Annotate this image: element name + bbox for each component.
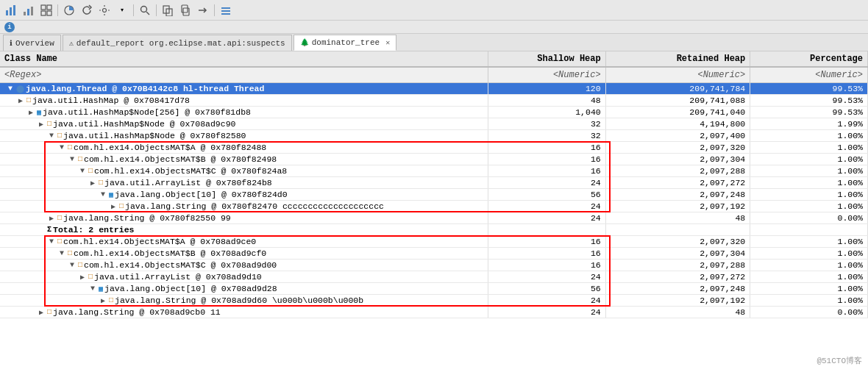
collapse-icon[interactable]: ▼: [57, 249, 66, 257]
collapse-icon[interactable]: ▼: [68, 261, 77, 269]
class-name: java.util.HashMap$Node @ 0x708ad9c90: [53, 119, 235, 129]
class-name: java.util.ArrayList @ 0x780f824b8: [104, 178, 272, 187]
table-row[interactable]: ▶ □ java.util.HashMap$Node @ 0x708ad9c90…: [0, 118, 868, 130]
table-row[interactable]: ▼ ⬤ java.lang.Thread @ 0x70B4142c8 hl-th…: [0, 83, 868, 95]
percentage-value: 1.99%: [750, 118, 868, 130]
percentage-value: 0.00%: [750, 307, 868, 318]
table-row[interactable]: ▼ □ com.hl.ex14.ObjectsMAT$B @ 0x780f824…: [0, 154, 868, 165]
collapse-icon[interactable]: ▼: [47, 237, 56, 246]
expand-icon[interactable]: ▶: [26, 108, 35, 117]
table-row[interactable]: ▶ Σ Total: 2 entries: [0, 224, 868, 236]
table-row[interactable]: ▼ □ com.hl.ex14.ObjectsMAT$B @ 0x708ad9c…: [0, 248, 868, 260]
shallow-heap-value: 24: [488, 201, 605, 212]
collapse-icon[interactable]: ▼: [6, 85, 15, 93]
class-name: java.util.HashMap$Node[256] @ 0x780f81db…: [43, 107, 251, 117]
info-bar: i: [0, 21, 868, 34]
table-row[interactable]: ▶ □ java.lang.String @ 0x708ad9cb0 11 24…: [0, 307, 868, 318]
copy-button[interactable]: [177, 2, 193, 18]
svg-point-12: [141, 6, 147, 12]
table-row[interactable]: ▶ ▦ java.util.HashMap$Node[256] @ 0x780f…: [0, 107, 868, 118]
collapse-icon[interactable]: ▼: [68, 155, 77, 163]
shallow-heap-value: 16: [488, 260, 605, 271]
table-row[interactable]: ▶ □ java.util.ArrayList @ 0x708ad9d10 24…: [0, 271, 868, 283]
settings-button[interactable]: [96, 2, 113, 18]
grid-button[interactable]: [38, 2, 54, 18]
collapse-icon[interactable]: ▼: [99, 190, 107, 198]
class-name: com.hl.ex14.ObjectsMAT$A @ 0x780f82488: [74, 143, 266, 152]
table-row[interactable]: ▼ □ com.hl.ex14.ObjectsMAT$A @ 0x708ad9c…: [0, 236, 868, 248]
tree-node-cell: ▼ □ com.hl.ex14.ObjectsMAT$A @ 0x708ad9c…: [4, 237, 483, 246]
table-row[interactable]: ▼ □ com.hl.ex14.ObjectsMAT$A @ 0x780f824…: [0, 142, 868, 154]
tree-node-cell: ▼ ▦ java.lang.Object[10] @ 0x780f824d0: [4, 190, 483, 199]
bar2-button[interactable]: [218, 2, 234, 18]
expand-icon[interactable]: ▶: [88, 179, 97, 187]
retained-heap-value: 48: [605, 307, 750, 318]
table-row[interactable]: ▶ □ java.lang.String @ 0x780f82470 ccccc…: [0, 201, 868, 212]
table-row[interactable]: ▶ □ java.lang.String @ 0x708ad9d60 \u000…: [0, 295, 868, 307]
collapse-icon[interactable]: ▼: [88, 285, 97, 293]
sub-header-percentage[interactable]: <Numeric>: [750, 67, 868, 83]
tree-node-cell: ▼ ⬤ java.lang.Thread @ 0x70B4142c8 hl-th…: [4, 84, 483, 93]
table-row[interactable]: ▼ ▦ java.lang.Object[10] @ 0x780f824d0 5…: [0, 189, 868, 201]
percentage-value: 1.00%: [750, 165, 868, 177]
expand-icon[interactable]: ▶: [16, 96, 25, 105]
tab-dominator-tree[interactable]: 🌲 dominator_tree ✕: [294, 35, 396, 51]
expand-icon[interactable]: ▶: [37, 120, 46, 129]
refresh-button[interactable]: [79, 2, 95, 18]
sub-header-name[interactable]: <Regex>: [0, 67, 488, 83]
percentage-value: 1.00%: [750, 189, 868, 201]
chart-button[interactable]: [21, 2, 37, 18]
expand-icon[interactable]: ▶: [78, 273, 87, 282]
table-container[interactable]: Class Name Shallow Heap Retained Heap Pe…: [0, 51, 868, 372]
table-row[interactable]: ▶ □ java.util.HashMap @ 0x708417d78 4820…: [0, 95, 868, 107]
retained-heap-value: 2,097,320: [605, 142, 750, 154]
percentage-value: 1.00%: [750, 177, 868, 189]
table-row[interactable]: ▶ □ java.util.ArrayList @ 0x780f824b8 24…: [0, 177, 868, 189]
tab-bar: ℹ Overview ⚠ default_report org.eclipse.…: [0, 34, 868, 51]
sub-header-retained[interactable]: <Numeric>: [605, 67, 750, 83]
sep3: [156, 4, 157, 16]
tree-node-cell: ▶ □ java.lang.String @ 0x708ad9cb0 11: [4, 307, 483, 317]
table-row[interactable]: ▼ □ java.util.HashMap$Node @ 0x780f82580…: [0, 130, 868, 142]
class-name: com.hl.ex14.ObjectsMAT$A @ 0x708ad9ce0: [63, 237, 256, 246]
sub-header-shallow[interactable]: <Numeric>: [488, 67, 605, 83]
table-row[interactable]: ▼ □ com.hl.ex14.ObjectsMAT$C @ 0x708ad9d…: [0, 260, 868, 271]
arrow-button[interactable]: [195, 2, 211, 18]
table-row[interactable]: ▶ □ java.lang.String @ 0x780f82550 99 24…: [0, 212, 868, 224]
tab-suspects-label: default_report org.eclipse.mat.api:suspe…: [77, 39, 285, 48]
collapse-icon[interactable]: ▼: [78, 167, 87, 175]
tree-node-cell: ▶ □ java.lang.String @ 0x780f82470 ccccc…: [4, 201, 483, 211]
info-icon: i: [4, 22, 15, 32]
svg-rect-3: [24, 12, 26, 15]
type-icon: □: [78, 155, 82, 163]
collapse-icon[interactable]: ▼: [57, 143, 66, 151]
retained-heap-value: 209,741,784: [605, 83, 750, 95]
col-header-retained[interactable]: Retained Heap: [605, 51, 750, 67]
col-header-name[interactable]: Class Name: [0, 51, 488, 67]
dropdown-button[interactable]: ▾: [114, 2, 130, 18]
col-header-shallow[interactable]: Shallow Heap: [488, 51, 605, 67]
expand-icon[interactable]: ▶: [109, 202, 118, 211]
expand-icon[interactable]: ▶: [47, 214, 56, 223]
tab-close-button[interactable]: ✕: [385, 38, 390, 47]
col-header-percentage[interactable]: Percentage: [750, 51, 868, 67]
svg-rect-17: [183, 8, 189, 15]
search-button[interactable]: [137, 2, 153, 18]
pie-button[interactable]: [61, 2, 77, 18]
type-icon: □: [78, 261, 82, 269]
tree-node-cell: ▶ ▦ java.util.HashMap$Node[256] @ 0x780f…: [4, 107, 483, 117]
bar-chart-button[interactable]: [3, 2, 19, 18]
class-name: java.lang.String @ 0x780f82470 ccccccccc…: [125, 201, 384, 211]
svg-rect-4: [27, 9, 29, 15]
shallow-heap-value: [488, 224, 605, 236]
tree-node-cell: ▼ □ com.hl.ex14.ObjectsMAT$A @ 0x780f824…: [4, 143, 483, 152]
expand-icon[interactable]: ▶: [37, 308, 46, 317]
collapse-icon[interactable]: ▼: [47, 132, 56, 140]
tab-suspects[interactable]: ⚠ default_report org.eclipse.mat.api:sus…: [63, 35, 292, 51]
table-row[interactable]: ▼ ▦ java.lang.Object[10] @ 0x708ad9d28 5…: [0, 283, 868, 295]
type-icon: □: [68, 249, 72, 257]
table-row[interactable]: ▼ □ com.hl.ex14.ObjectsMAT$C @ 0x780f824…: [0, 165, 868, 177]
export-button[interactable]: [160, 2, 176, 18]
expand-icon[interactable]: ▶: [99, 296, 107, 305]
tab-overview[interactable]: ℹ Overview: [3, 35, 61, 51]
